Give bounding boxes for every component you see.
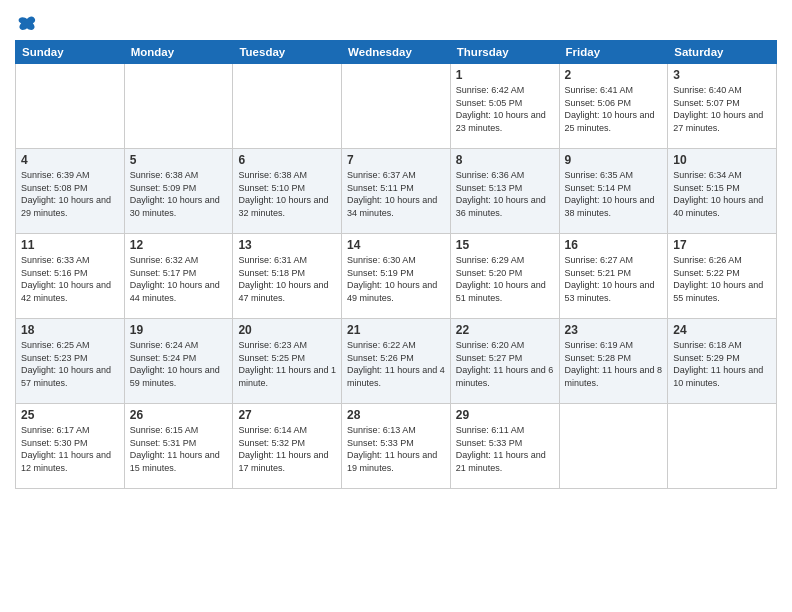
- day-number: 10: [673, 153, 771, 167]
- day-info: Sunrise: 6:19 AMSunset: 5:28 PMDaylight:…: [565, 339, 663, 389]
- day-info: Sunrise: 6:39 AMSunset: 5:08 PMDaylight:…: [21, 169, 119, 219]
- calendar-cell: 18Sunrise: 6:25 AMSunset: 5:23 PMDayligh…: [16, 319, 125, 404]
- day-info: Sunrise: 6:22 AMSunset: 5:26 PMDaylight:…: [347, 339, 445, 389]
- calendar-cell: 5Sunrise: 6:38 AMSunset: 5:09 PMDaylight…: [124, 149, 233, 234]
- calendar-cell: 1Sunrise: 6:42 AMSunset: 5:05 PMDaylight…: [450, 64, 559, 149]
- calendar-cell: 25Sunrise: 6:17 AMSunset: 5:30 PMDayligh…: [16, 404, 125, 489]
- day-info: Sunrise: 6:18 AMSunset: 5:29 PMDaylight:…: [673, 339, 771, 389]
- calendar-cell: 15Sunrise: 6:29 AMSunset: 5:20 PMDayligh…: [450, 234, 559, 319]
- day-number: 29: [456, 408, 554, 422]
- day-info: Sunrise: 6:13 AMSunset: 5:33 PMDaylight:…: [347, 424, 445, 474]
- week-row-1: 1Sunrise: 6:42 AMSunset: 5:05 PMDaylight…: [16, 64, 777, 149]
- calendar-cell: 13Sunrise: 6:31 AMSunset: 5:18 PMDayligh…: [233, 234, 342, 319]
- day-info: Sunrise: 6:42 AMSunset: 5:05 PMDaylight:…: [456, 84, 554, 134]
- calendar-cell: 29Sunrise: 6:11 AMSunset: 5:33 PMDayligh…: [450, 404, 559, 489]
- day-info: Sunrise: 6:31 AMSunset: 5:18 PMDaylight:…: [238, 254, 336, 304]
- day-number: 25: [21, 408, 119, 422]
- day-number: 23: [565, 323, 663, 337]
- day-info: Sunrise: 6:40 AMSunset: 5:07 PMDaylight:…: [673, 84, 771, 134]
- calendar-cell: 9Sunrise: 6:35 AMSunset: 5:14 PMDaylight…: [559, 149, 668, 234]
- day-info: Sunrise: 6:14 AMSunset: 5:32 PMDaylight:…: [238, 424, 336, 474]
- day-number: 16: [565, 238, 663, 252]
- calendar-cell: 12Sunrise: 6:32 AMSunset: 5:17 PMDayligh…: [124, 234, 233, 319]
- week-row-2: 4Sunrise: 6:39 AMSunset: 5:08 PMDaylight…: [16, 149, 777, 234]
- calendar-cell: [16, 64, 125, 149]
- calendar-cell: 14Sunrise: 6:30 AMSunset: 5:19 PMDayligh…: [342, 234, 451, 319]
- day-info: Sunrise: 6:26 AMSunset: 5:22 PMDaylight:…: [673, 254, 771, 304]
- calendar-cell: 22Sunrise: 6:20 AMSunset: 5:27 PMDayligh…: [450, 319, 559, 404]
- calendar-header-row: SundayMondayTuesdayWednesdayThursdayFrid…: [16, 41, 777, 64]
- logo: [15, 14, 37, 34]
- day-number: 4: [21, 153, 119, 167]
- calendar-cell: 20Sunrise: 6:23 AMSunset: 5:25 PMDayligh…: [233, 319, 342, 404]
- calendar-cell: [342, 64, 451, 149]
- day-info: Sunrise: 6:35 AMSunset: 5:14 PMDaylight:…: [565, 169, 663, 219]
- day-info: Sunrise: 6:38 AMSunset: 5:10 PMDaylight:…: [238, 169, 336, 219]
- day-number: 1: [456, 68, 554, 82]
- day-info: Sunrise: 6:36 AMSunset: 5:13 PMDaylight:…: [456, 169, 554, 219]
- day-number: 7: [347, 153, 445, 167]
- day-info: Sunrise: 6:20 AMSunset: 5:27 PMDaylight:…: [456, 339, 554, 389]
- week-row-5: 25Sunrise: 6:17 AMSunset: 5:30 PMDayligh…: [16, 404, 777, 489]
- calendar-cell: [124, 64, 233, 149]
- day-number: 17: [673, 238, 771, 252]
- calendar-cell: 11Sunrise: 6:33 AMSunset: 5:16 PMDayligh…: [16, 234, 125, 319]
- calendar-cell: 6Sunrise: 6:38 AMSunset: 5:10 PMDaylight…: [233, 149, 342, 234]
- day-number: 12: [130, 238, 228, 252]
- day-number: 11: [21, 238, 119, 252]
- day-number: 15: [456, 238, 554, 252]
- week-row-3: 11Sunrise: 6:33 AMSunset: 5:16 PMDayligh…: [16, 234, 777, 319]
- day-info: Sunrise: 6:24 AMSunset: 5:24 PMDaylight:…: [130, 339, 228, 389]
- calendar-cell: 28Sunrise: 6:13 AMSunset: 5:33 PMDayligh…: [342, 404, 451, 489]
- day-header-wednesday: Wednesday: [342, 41, 451, 64]
- calendar-cell: 8Sunrise: 6:36 AMSunset: 5:13 PMDaylight…: [450, 149, 559, 234]
- calendar-cell: [233, 64, 342, 149]
- day-info: Sunrise: 6:25 AMSunset: 5:23 PMDaylight:…: [21, 339, 119, 389]
- calendar-cell: 26Sunrise: 6:15 AMSunset: 5:31 PMDayligh…: [124, 404, 233, 489]
- calendar-cell: 2Sunrise: 6:41 AMSunset: 5:06 PMDaylight…: [559, 64, 668, 149]
- day-header-monday: Monday: [124, 41, 233, 64]
- day-info: Sunrise: 6:33 AMSunset: 5:16 PMDaylight:…: [21, 254, 119, 304]
- calendar-cell: [559, 404, 668, 489]
- calendar-cell: 10Sunrise: 6:34 AMSunset: 5:15 PMDayligh…: [668, 149, 777, 234]
- day-number: 8: [456, 153, 554, 167]
- page-header: [15, 10, 777, 34]
- calendar-cell: [668, 404, 777, 489]
- day-info: Sunrise: 6:17 AMSunset: 5:30 PMDaylight:…: [21, 424, 119, 474]
- page-container: SundayMondayTuesdayWednesdayThursdayFrid…: [0, 0, 792, 499]
- calendar-cell: 21Sunrise: 6:22 AMSunset: 5:26 PMDayligh…: [342, 319, 451, 404]
- day-info: Sunrise: 6:41 AMSunset: 5:06 PMDaylight:…: [565, 84, 663, 134]
- day-header-thursday: Thursday: [450, 41, 559, 64]
- week-row-4: 18Sunrise: 6:25 AMSunset: 5:23 PMDayligh…: [16, 319, 777, 404]
- day-number: 20: [238, 323, 336, 337]
- day-info: Sunrise: 6:30 AMSunset: 5:19 PMDaylight:…: [347, 254, 445, 304]
- day-header-saturday: Saturday: [668, 41, 777, 64]
- day-header-tuesday: Tuesday: [233, 41, 342, 64]
- calendar-cell: 23Sunrise: 6:19 AMSunset: 5:28 PMDayligh…: [559, 319, 668, 404]
- day-info: Sunrise: 6:27 AMSunset: 5:21 PMDaylight:…: [565, 254, 663, 304]
- day-info: Sunrise: 6:34 AMSunset: 5:15 PMDaylight:…: [673, 169, 771, 219]
- calendar-cell: 3Sunrise: 6:40 AMSunset: 5:07 PMDaylight…: [668, 64, 777, 149]
- day-number: 6: [238, 153, 336, 167]
- day-number: 5: [130, 153, 228, 167]
- day-number: 13: [238, 238, 336, 252]
- calendar-cell: 24Sunrise: 6:18 AMSunset: 5:29 PMDayligh…: [668, 319, 777, 404]
- day-info: Sunrise: 6:38 AMSunset: 5:09 PMDaylight:…: [130, 169, 228, 219]
- calendar-cell: 19Sunrise: 6:24 AMSunset: 5:24 PMDayligh…: [124, 319, 233, 404]
- day-info: Sunrise: 6:32 AMSunset: 5:17 PMDaylight:…: [130, 254, 228, 304]
- calendar-cell: 17Sunrise: 6:26 AMSunset: 5:22 PMDayligh…: [668, 234, 777, 319]
- day-number: 18: [21, 323, 119, 337]
- calendar-cell: 16Sunrise: 6:27 AMSunset: 5:21 PMDayligh…: [559, 234, 668, 319]
- day-number: 22: [456, 323, 554, 337]
- calendar-cell: 4Sunrise: 6:39 AMSunset: 5:08 PMDaylight…: [16, 149, 125, 234]
- day-number: 3: [673, 68, 771, 82]
- calendar-cell: 7Sunrise: 6:37 AMSunset: 5:11 PMDaylight…: [342, 149, 451, 234]
- day-number: 19: [130, 323, 228, 337]
- day-header-friday: Friday: [559, 41, 668, 64]
- day-info: Sunrise: 6:15 AMSunset: 5:31 PMDaylight:…: [130, 424, 228, 474]
- day-header-sunday: Sunday: [16, 41, 125, 64]
- calendar-cell: 27Sunrise: 6:14 AMSunset: 5:32 PMDayligh…: [233, 404, 342, 489]
- day-number: 24: [673, 323, 771, 337]
- day-number: 9: [565, 153, 663, 167]
- calendar-table: SundayMondayTuesdayWednesdayThursdayFrid…: [15, 40, 777, 489]
